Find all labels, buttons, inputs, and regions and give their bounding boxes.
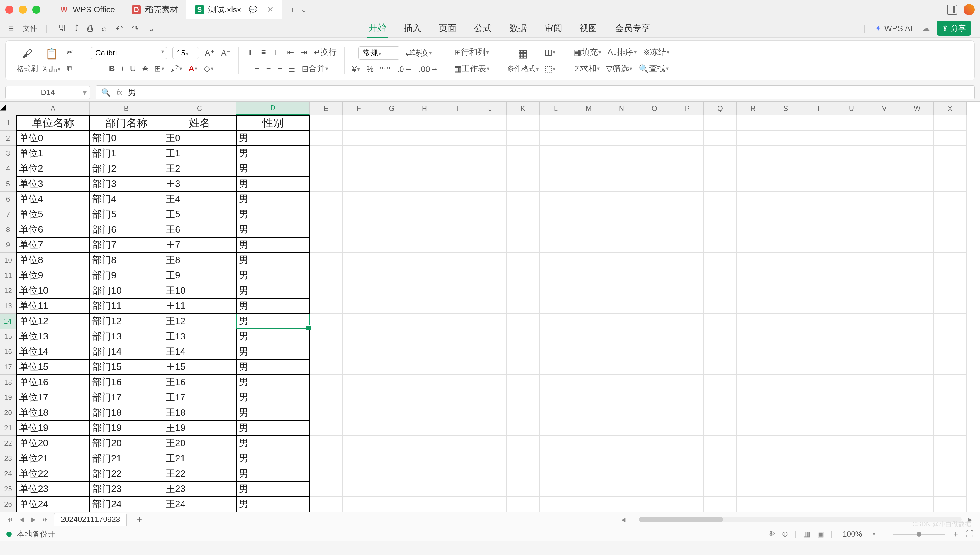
currency-icon[interactable]: ¥▾ bbox=[352, 64, 361, 74]
undo-icon[interactable]: ↶ bbox=[115, 23, 123, 34]
column-header[interactable]: H bbox=[408, 102, 441, 115]
cell[interactable] bbox=[310, 390, 343, 405]
scroll-left-icon[interactable]: ◀ bbox=[619, 516, 628, 523]
cell[interactable] bbox=[605, 497, 638, 512]
cell[interactable] bbox=[802, 298, 835, 314]
cell[interactable]: 部门14 bbox=[90, 344, 163, 359]
cell[interactable] bbox=[704, 207, 737, 222]
cell[interactable] bbox=[934, 237, 967, 253]
align-center-icon[interactable]: ≡ bbox=[265, 63, 271, 74]
cell[interactable] bbox=[671, 207, 704, 222]
cell[interactable] bbox=[934, 253, 967, 268]
cell[interactable] bbox=[802, 268, 835, 283]
menu-item[interactable]: 页面 bbox=[437, 19, 458, 37]
column-header[interactable]: B bbox=[90, 102, 163, 115]
cell[interactable] bbox=[737, 390, 769, 405]
cell[interactable] bbox=[638, 207, 671, 222]
cell[interactable] bbox=[310, 222, 343, 237]
increase-decimal-icon[interactable]: .00→ bbox=[418, 64, 439, 74]
cell[interactable] bbox=[605, 420, 638, 436]
cell[interactable] bbox=[802, 359, 835, 375]
cell[interactable] bbox=[835, 130, 868, 146]
cell[interactable] bbox=[704, 344, 737, 359]
cell[interactable] bbox=[408, 436, 441, 451]
cell[interactable] bbox=[901, 481, 934, 497]
cell[interactable] bbox=[310, 237, 343, 253]
row-header[interactable]: 24 bbox=[0, 466, 16, 481]
cell[interactable] bbox=[868, 130, 901, 146]
cell[interactable] bbox=[901, 237, 934, 253]
cell[interactable] bbox=[507, 161, 540, 176]
cell[interactable]: 男 bbox=[236, 146, 310, 161]
cell[interactable] bbox=[474, 390, 507, 405]
cell[interactable] bbox=[408, 115, 441, 130]
window-minimize-button[interactable] bbox=[19, 6, 27, 14]
cell[interactable]: 男 bbox=[236, 390, 310, 405]
cell[interactable] bbox=[934, 130, 967, 146]
cell[interactable] bbox=[737, 268, 769, 283]
cell[interactable] bbox=[507, 390, 540, 405]
cell[interactable] bbox=[375, 222, 408, 237]
cell[interactable] bbox=[408, 253, 441, 268]
cell[interactable] bbox=[671, 466, 704, 481]
cell[interactable] bbox=[835, 298, 868, 314]
cell[interactable] bbox=[343, 405, 375, 420]
cell[interactable] bbox=[769, 268, 802, 283]
cell[interactable] bbox=[408, 344, 441, 359]
cell[interactable] bbox=[343, 359, 375, 375]
normal-view-icon[interactable]: ▦ bbox=[803, 529, 810, 539]
cell[interactable]: 部门22 bbox=[90, 466, 163, 481]
font-name-select[interactable]: Calibri▾ bbox=[91, 47, 167, 59]
user-avatar[interactable] bbox=[964, 4, 975, 15]
cell[interactable] bbox=[605, 222, 638, 237]
cell[interactable] bbox=[572, 466, 605, 481]
cell[interactable]: 男 bbox=[236, 329, 310, 344]
print-preview-icon[interactable]: ⌕ bbox=[101, 24, 107, 34]
cell[interactable] bbox=[540, 283, 572, 298]
cell[interactable] bbox=[934, 359, 967, 375]
cell[interactable] bbox=[572, 329, 605, 344]
cell[interactable] bbox=[704, 192, 737, 207]
cell[interactable]: 男 bbox=[236, 283, 310, 298]
cell[interactable] bbox=[737, 466, 769, 481]
cell[interactable] bbox=[835, 497, 868, 512]
cell[interactable] bbox=[343, 344, 375, 359]
cell[interactable] bbox=[310, 298, 343, 314]
decrease-font-icon[interactable]: A⁻ bbox=[221, 48, 232, 58]
cell[interactable] bbox=[507, 268, 540, 283]
cell[interactable]: 王16 bbox=[163, 375, 236, 390]
cell[interactable] bbox=[638, 451, 671, 466]
cell[interactable] bbox=[769, 176, 802, 192]
cell[interactable] bbox=[375, 115, 408, 130]
row-header[interactable]: 3 bbox=[0, 146, 16, 161]
cell[interactable] bbox=[572, 237, 605, 253]
cell[interactable] bbox=[704, 329, 737, 344]
cell[interactable]: 男 bbox=[236, 405, 310, 420]
cell[interactable] bbox=[474, 161, 507, 176]
cell[interactable] bbox=[868, 405, 901, 420]
cell[interactable] bbox=[375, 314, 408, 329]
cell[interactable] bbox=[474, 497, 507, 512]
cell[interactable] bbox=[835, 390, 868, 405]
cell[interactable] bbox=[934, 420, 967, 436]
column-header[interactable]: X bbox=[934, 102, 967, 115]
cell[interactable] bbox=[737, 253, 769, 268]
document-tab[interactable]: S测试.xlsx💬✕ bbox=[186, 0, 282, 19]
cell[interactable] bbox=[343, 329, 375, 344]
cell[interactable] bbox=[507, 375, 540, 390]
cell[interactable] bbox=[868, 192, 901, 207]
cell[interactable] bbox=[704, 436, 737, 451]
cell[interactable] bbox=[704, 375, 737, 390]
cell[interactable] bbox=[474, 130, 507, 146]
row-header[interactable]: 18 bbox=[0, 375, 16, 390]
cell[interactable]: 王4 bbox=[163, 192, 236, 207]
cell[interactable] bbox=[605, 268, 638, 283]
cell[interactable] bbox=[474, 176, 507, 192]
cell[interactable] bbox=[507, 253, 540, 268]
cell[interactable] bbox=[704, 298, 737, 314]
cell[interactable] bbox=[737, 207, 769, 222]
convert-button[interactable]: ⇄ 转换▾ bbox=[405, 47, 432, 59]
clear-format-icon[interactable]: ◇▾ bbox=[203, 63, 214, 74]
cell[interactable] bbox=[375, 146, 408, 161]
cell[interactable] bbox=[704, 222, 737, 237]
